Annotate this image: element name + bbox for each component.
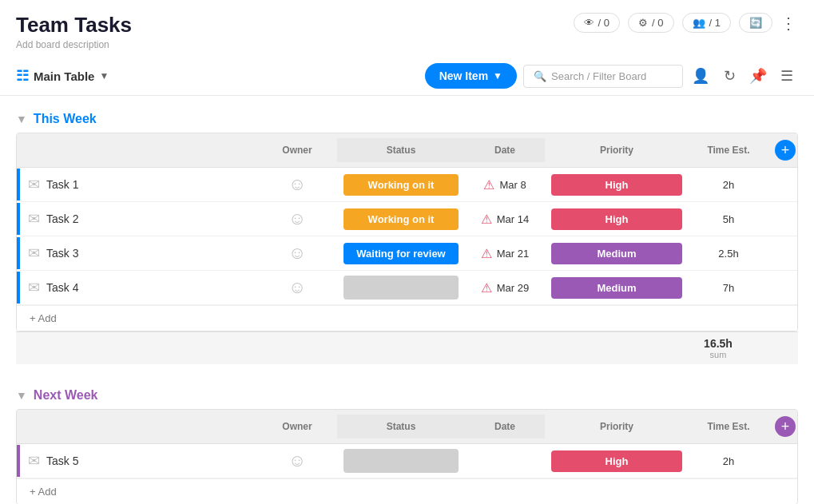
page-description[interactable]: Add board description [16, 39, 132, 50]
filter-icon[interactable]: ☰ [776, 65, 798, 87]
cell-task-name: ✉ Task 1 [20, 169, 257, 200]
toolbar: ☷ Main Table ▼ New Item ▼ 🔍 Search / Fil… [0, 57, 814, 96]
cell-date: ⚠ Mar 8 [465, 171, 545, 199]
avatar[interactable]: ☺ [288, 450, 306, 471]
sum-value: 16.5h [678, 337, 758, 350]
cell-time-est: 2h [689, 173, 768, 197]
comment-icon[interactable]: ✉ [28, 452, 40, 470]
stat-eye-value: / 0 [598, 17, 610, 29]
cell-status[interactable]: Working on it [337, 204, 465, 235]
chevron-down-icon: ▼ [99, 70, 109, 81]
priority-badge: High [551, 174, 682, 196]
alert-icon: ⚠ [481, 280, 492, 296]
cell-owner: ☺ [257, 168, 337, 201]
comment-icon[interactable]: ✉ [28, 244, 40, 262]
col-header-date: Date [465, 415, 545, 439]
add-row-label: + Add [30, 312, 57, 324]
table-icon: ☷ [16, 67, 29, 85]
sum-label: sum [678, 350, 758, 359]
comment-icon[interactable]: ✉ [28, 210, 40, 228]
status-badge [343, 276, 459, 300]
status-badge [343, 449, 459, 473]
new-item-label: New Item [439, 69, 488, 82]
col-header-status: Status [337, 138, 465, 162]
stat-automate[interactable]: ⚙ / 0 [628, 13, 673, 33]
cell-priority[interactable]: Medium [545, 272, 689, 304]
stat-person-value: / 1 [709, 17, 721, 29]
date-value: Mar 29 [497, 282, 529, 294]
eye-icon: 👁 [584, 17, 594, 29]
add-column-button-this-week[interactable]: + [775, 140, 796, 161]
task-name: Task 1 [46, 178, 78, 191]
avatar[interactable]: ☺ [288, 208, 306, 229]
person-icon[interactable]: 👤 [689, 65, 712, 87]
alert-icon: ⚠ [483, 177, 494, 192]
next-week-header-row: Owner Status Date Priority Time Est. + [17, 410, 797, 444]
more-options-button[interactable]: ⋮ [780, 14, 798, 33]
group-next-week-toggle[interactable]: ▼ [16, 389, 27, 402]
group-this-week-table: Owner Status Date Priority Time Est. + ✉… [16, 133, 798, 331]
search-filter-box[interactable]: 🔍 Search / Filter Board [523, 65, 683, 88]
pin-icon[interactable]: 📌 [747, 65, 769, 87]
refresh-icon[interactable]: ↻ [718, 65, 741, 87]
cell-task-name: ✉ Task 4 [20, 272, 257, 303]
comment-icon[interactable]: ✉ [28, 279, 40, 296]
stat-person[interactable]: 👥 / 1 [682, 13, 731, 33]
avatar[interactable]: ☺ [288, 277, 306, 298]
cell-date: ⚠ Mar 29 [465, 274, 545, 302]
col-header-priority: Priority [545, 415, 689, 439]
priority-badge: Medium [551, 243, 682, 264]
cell-priority[interactable]: Medium [545, 238, 689, 269]
col-header-task [20, 420, 257, 433]
comment-icon[interactable]: ✉ [28, 176, 40, 193]
cell-task-name: ✉ Task 2 [20, 204, 257, 234]
new-item-button[interactable]: New Item ▼ [425, 63, 517, 89]
main-table-button[interactable]: ☷ Main Table ▼ [16, 67, 109, 85]
col-header-time-est: Time Est. [689, 138, 768, 162]
stat-eye[interactable]: 👁 / 0 [574, 13, 620, 33]
cell-time-est: 2h [689, 449, 768, 474]
group-next-week: ▼ Next Week Owner Status Date Priority T… [16, 388, 798, 504]
group-next-week-title[interactable]: Next Week [34, 388, 98, 403]
page-header: Team Tasks Add board description 👁 / 0 ⚙… [0, 0, 814, 96]
new-item-dropdown-icon: ▼ [493, 70, 502, 81]
add-row-label: + Add [30, 486, 57, 498]
cell-status[interactable]: Waiting for review [337, 238, 465, 269]
search-icon: 🔍 [534, 70, 546, 82]
stat-automate-value: / 0 [652, 17, 663, 29]
stat-integrate[interactable]: 🔄 [739, 13, 772, 33]
this-week-header-row: Owner Status Date Priority Time Est. + [17, 133, 797, 168]
col-header-task [20, 144, 257, 157]
avatar[interactable]: ☺ [288, 174, 306, 195]
priority-badge: High [551, 450, 682, 472]
group-next-week-header: ▼ Next Week [16, 388, 798, 403]
cell-time-est: 2.5h [689, 241, 768, 266]
avatar[interactable]: ☺ [288, 243, 306, 264]
cell-priority[interactable]: High [545, 204, 689, 235]
cell-priority[interactable]: High [545, 169, 689, 200]
cell-status[interactable] [337, 444, 465, 478]
add-column-button-next-week[interactable]: + [775, 416, 796, 437]
task-name: Task 4 [46, 281, 78, 294]
priority-badge: High [551, 208, 682, 230]
table-row: ✉ Task 2 ☺ Working on it ⚠ Mar 14 High 5… [17, 202, 797, 236]
priority-badge: Medium [551, 277, 682, 299]
sum-row-this-week: 16.5h sum [16, 331, 798, 364]
table-row: ✉ Task 1 ☺ Working on it ⚠ Mar 8 High 2h [17, 168, 797, 202]
add-row-button-next-week[interactable]: + Add [17, 478, 797, 504]
cell-status[interactable] [337, 271, 465, 304]
search-placeholder: Search / Filter Board [551, 70, 646, 82]
col-header-status: Status [337, 415, 465, 439]
cell-date: ⚠ Mar 21 [465, 240, 545, 268]
add-row-button-this-week[interactable]: + Add [17, 305, 797, 331]
cell-status[interactable]: Working on it [337, 169, 465, 200]
main-content: ▼ This Week Owner Status Date Priority T… [0, 96, 814, 504]
cell-task-name: ✉ Task 3 [20, 238, 257, 268]
cell-priority[interactable]: High [545, 446, 689, 477]
group-this-week-toggle[interactable]: ▼ [16, 113, 27, 125]
alert-icon: ⚠ [481, 212, 492, 227]
group-this-week-title[interactable]: This Week [34, 112, 97, 126]
task-name: Task 3 [46, 247, 78, 260]
automate-icon: ⚙ [638, 17, 648, 29]
main-table-label: Main Table [34, 69, 94, 83]
